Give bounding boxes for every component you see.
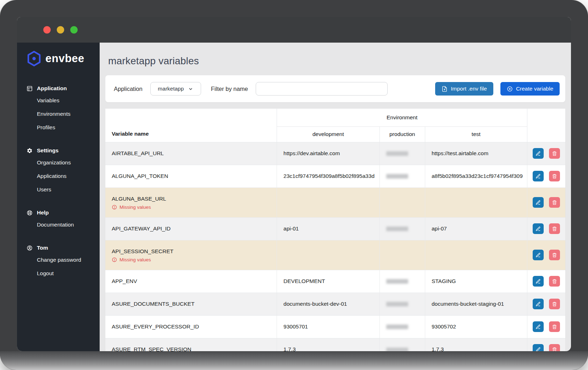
delete-variable-button[interactable] — [549, 276, 560, 287]
page-title: marketapp variables — [108, 55, 565, 67]
development-header: development — [277, 126, 379, 142]
pencil-icon — [536, 324, 541, 330]
edit-variable-button[interactable] — [533, 148, 544, 159]
sidebar-item-environments[interactable]: Environments — [27, 107, 100, 121]
trash-icon — [552, 200, 557, 205]
main-content: marketapp variables Application marketap… — [100, 43, 571, 351]
brand-name: envbee — [45, 52, 84, 65]
sidebar-header-label: Application — [37, 85, 67, 92]
delete-variable-button[interactable] — [549, 148, 560, 159]
delete-variable-button[interactable] — [549, 197, 560, 208]
production-value — [379, 165, 425, 187]
application-select-value: marketapp — [158, 86, 184, 92]
production-value — [379, 338, 425, 351]
test-header: test — [425, 126, 527, 142]
trash-icon — [552, 301, 557, 307]
create-button-label: Create variable — [516, 86, 553, 92]
edit-variable-button[interactable] — [533, 321, 544, 332]
alert-circle-icon — [112, 205, 117, 210]
masked-production-value — [386, 302, 408, 306]
close-window-button[interactable] — [43, 26, 51, 34]
test-value: api-07 — [425, 217, 527, 240]
sidebar: envbee Application Variables Environment… — [17, 43, 100, 351]
sidebar-header-help: Help — [27, 207, 100, 218]
pencil-icon — [536, 174, 541, 179]
table-row: ALGUNA_BASE_URL Missing values — [105, 187, 565, 217]
sidebar-section-application: Application Variables Environments Profi… — [27, 83, 100, 134]
test-value: a8f5b02f895a33d23c1cf9747954f309 — [425, 165, 527, 187]
sidebar-item-logout[interactable]: Logout — [27, 267, 100, 280]
sidebar-item-applications[interactable]: Applications — [27, 169, 100, 183]
edit-variable-button[interactable] — [533, 171, 544, 181]
missing-values-label: Missing values — [120, 257, 151, 262]
table-row: ASURE_EVERY_PROCESSOR_ID 93005701 930057… — [105, 315, 565, 338]
trash-icon — [552, 151, 557, 156]
file-import-icon — [442, 86, 448, 92]
filter-by-name-input[interactable] — [256, 82, 388, 96]
environment-group-header: Environment — [277, 109, 527, 126]
delete-variable-button[interactable] — [549, 321, 560, 332]
development-value: 93005701 — [277, 315, 379, 338]
variable-name: APP_ENV — [112, 278, 277, 285]
production-header: production — [379, 126, 425, 142]
variable-name: ASURE_RTM_SPEC_VERSION — [112, 346, 277, 351]
pencil-icon — [536, 200, 541, 205]
sidebar-header-label: Settings — [37, 147, 59, 154]
table-row: ASURE_DOCUMENTS_BUCKET documents-bucket-… — [105, 293, 565, 315]
alert-circle-icon — [112, 257, 117, 262]
delete-variable-button[interactable] — [549, 250, 560, 260]
sidebar-item-change-password[interactable]: Change password — [27, 253, 100, 267]
delete-variable-button[interactable] — [549, 344, 560, 351]
gear-icon — [27, 148, 33, 154]
application-select[interactable]: marketapp — [150, 82, 201, 96]
edit-variable-button[interactable] — [533, 197, 544, 208]
sidebar-item-variables[interactable]: Variables — [27, 94, 100, 107]
table-row: ASURE_RTM_SPEC_VERSION 1.7.3 1.7.3 — [105, 338, 565, 351]
production-value — [379, 187, 425, 217]
create-variable-button[interactable]: Create variable — [500, 82, 560, 96]
table-row: APP_ENV DEVELOPMENT STAGING — [105, 270, 565, 293]
zoom-window-button[interactable] — [70, 26, 78, 34]
sidebar-item-profiles[interactable]: Profiles — [27, 121, 100, 134]
variable-name: ASURE_DOCUMENTS_BUCKET — [112, 300, 277, 308]
development-value — [277, 240, 379, 270]
sidebar-item-users[interactable]: Users — [27, 183, 100, 196]
variable-name: ASURE_EVERY_PROCESSOR_ID — [112, 323, 277, 330]
import-env-file-button[interactable]: Import .env file — [435, 82, 493, 96]
variable-name-header: Variable name — [105, 109, 277, 142]
actions-header — [527, 109, 565, 142]
chevron-down-icon — [188, 86, 193, 92]
minimize-window-button[interactable] — [57, 26, 64, 34]
edit-variable-button[interactable] — [533, 223, 544, 234]
variable-name: ALGUNA_BASE_URL — [112, 195, 277, 202]
trash-icon — [552, 347, 557, 351]
table-row: API_SESSION_SECRET Missing values — [105, 240, 565, 270]
missing-values-warning: Missing values — [112, 257, 277, 262]
delete-variable-button[interactable] — [549, 171, 560, 181]
sidebar-header-label: Tom — [37, 245, 48, 251]
user-circle-icon — [27, 245, 33, 251]
trash-icon — [552, 226, 557, 232]
sidebar-header-user: Tom — [27, 243, 100, 253]
trash-icon — [552, 174, 557, 179]
application-label: Application — [114, 86, 143, 92]
edit-variable-button[interactable] — [533, 250, 544, 260]
production-value — [379, 270, 425, 293]
trash-icon — [552, 279, 557, 284]
test-value: https://test.airtable.com — [425, 142, 527, 165]
sidebar-header-application: Application — [27, 83, 100, 94]
table-row: API_GATEWAY_API_ID api-01 api-07 — [105, 217, 565, 240]
sidebar-section-settings: Settings Organizations Applications User… — [27, 145, 100, 196]
production-value — [379, 217, 425, 240]
window-titlebar — [17, 17, 571, 43]
sidebar-item-documentation[interactable]: Documentation — [27, 218, 100, 232]
sidebar-item-organizations[interactable]: Organizations — [27, 156, 100, 169]
delete-variable-button[interactable] — [549, 223, 560, 234]
edit-variable-button[interactable] — [533, 276, 544, 287]
edit-variable-button[interactable] — [533, 344, 544, 351]
missing-values-label: Missing values — [120, 205, 151, 210]
edit-variable-button[interactable] — [533, 299, 544, 309]
production-value — [379, 142, 425, 165]
variables-table-card: Variable name Environment development pr… — [105, 109, 565, 351]
delete-variable-button[interactable] — [549, 299, 560, 309]
